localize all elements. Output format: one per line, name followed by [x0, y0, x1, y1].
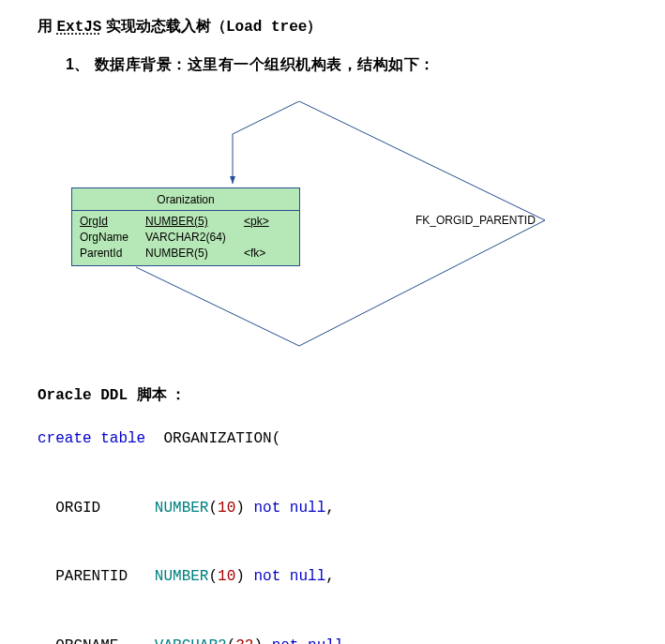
col-type: NUMBER(5) [145, 215, 244, 228]
code-plain: ( [208, 500, 218, 517]
col-type: NUMBER(5) [145, 247, 244, 260]
heading-mid: 实现动态载入树（ [101, 18, 225, 34]
col-key [244, 231, 295, 244]
col-key: <fk> [244, 247, 295, 260]
code-plain: ORGANIZATION( [145, 430, 280, 447]
code-type: NUMBER [155, 568, 209, 585]
col-name: ParentId [80, 247, 145, 260]
code-type: VARCHAR2 [155, 637, 227, 644]
ddl-code-block: create table ORGANIZATION( ORGID NUMBER(… [38, 422, 656, 644]
svg-line-1 [299, 220, 545, 346]
col-type: VARCHAR2(64) [145, 231, 244, 244]
entity-columns: OrgId NUMBER(5) <pk> OrgName VARCHAR2(64… [72, 211, 299, 265]
fk-label: FK_ORGID_PARENTID [416, 214, 536, 227]
code-plain: ) [235, 500, 253, 517]
col-name: OrgName [80, 231, 145, 244]
code-kw: not null [272, 637, 344, 644]
ddl-rest: 脚本 ： [137, 386, 186, 402]
ddl-oracle: Oracle [38, 387, 100, 404]
code-plain: , [325, 500, 335, 517]
svg-line-3 [233, 101, 299, 134]
heading-loadtree: Load tree [226, 19, 307, 36]
ddl-ddl: DDL [100, 387, 136, 404]
svg-line-0 [299, 101, 545, 220]
code-type: NUMBER [155, 500, 209, 517]
entity-title: Oranization [72, 188, 299, 211]
code-plain: ( [227, 637, 236, 644]
code-plain: , [325, 568, 335, 585]
code-kw: not null [253, 568, 325, 585]
col-name: OrgId [80, 215, 145, 228]
heading-extjs: ExtJS [56, 19, 101, 36]
code-kw: not null [253, 500, 325, 517]
code-kw: create table [38, 430, 145, 447]
svg-line-2 [136, 267, 299, 346]
code-plain: PARENTID [38, 568, 155, 585]
page-heading: 用 ExtJS 实现动态载入树（Load tree） [38, 17, 656, 37]
col-key: <pk> [244, 215, 295, 228]
heading-suffix: ） [307, 18, 322, 34]
code-plain: ORGNAME [38, 637, 155, 644]
code-num: 10 [218, 568, 235, 585]
code-num: 10 [218, 500, 235, 517]
numbered-item-1: 1、 数据库背景：这里有一个组织机构表，结构如下： [66, 55, 656, 75]
ddl-heading: Oracle DDL 脚本 ： [38, 385, 656, 405]
code-plain: , [343, 637, 353, 644]
code-plain: ORGID [38, 500, 155, 517]
heading-prefix: 用 [38, 18, 56, 34]
code-plain: ( [208, 568, 218, 585]
entity-organization: Oranization OrgId NUMBER(5) <pk> OrgName… [71, 187, 300, 266]
er-diagram: Oranization OrgId NUMBER(5) <pk> OrgName… [68, 101, 631, 359]
code-plain: ) [253, 637, 271, 644]
code-plain: ) [235, 568, 253, 585]
code-num: 32 [235, 637, 253, 644]
